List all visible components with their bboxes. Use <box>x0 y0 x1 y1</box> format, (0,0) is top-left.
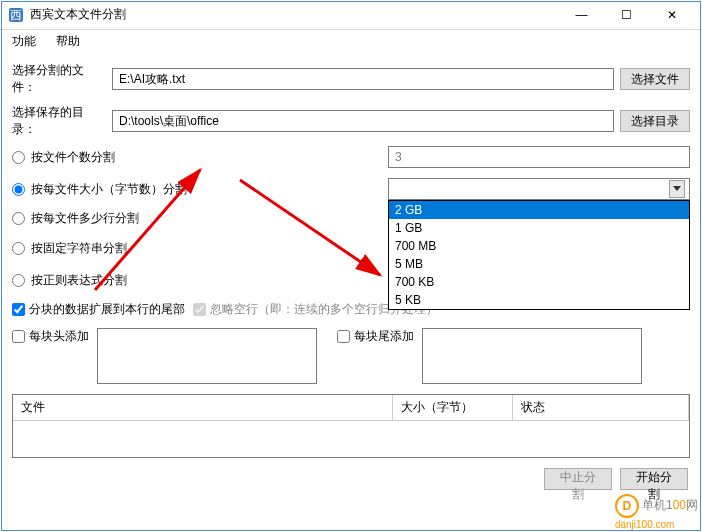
stop-button[interactable]: 中止分割 <box>544 468 612 490</box>
chevron-down-icon <box>669 180 685 198</box>
size-dropdown-list: 2 GB 1 GB 700 MB 5 MB 700 KB 5 KB <box>388 200 690 310</box>
size-dropdown[interactable] <box>388 178 690 200</box>
dropdown-option[interactable]: 700 MB <box>389 237 689 255</box>
dropdown-option[interactable]: 700 KB <box>389 273 689 291</box>
watermark: D 单机100网 danji100.com <box>615 494 698 530</box>
svg-marker-2 <box>673 186 681 191</box>
start-button[interactable]: 开始分割 <box>620 468 688 490</box>
watermark-logo-icon: D <box>615 494 639 518</box>
dropdown-option[interactable]: 1 GB <box>389 219 689 237</box>
dropdown-option[interactable]: 2 GB <box>389 201 689 219</box>
dropdown-option[interactable]: 5 MB <box>389 255 689 273</box>
dropdown-option[interactable]: 5 KB <box>389 291 689 309</box>
